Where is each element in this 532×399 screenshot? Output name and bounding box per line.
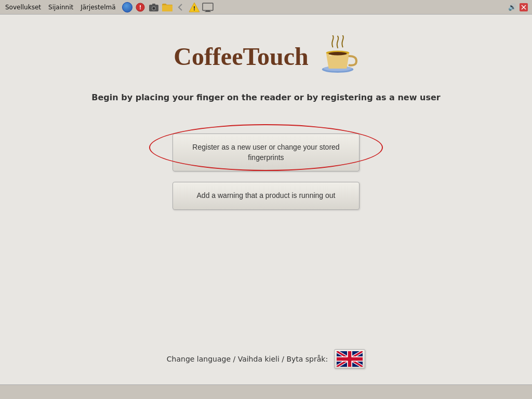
camera-icon[interactable] <box>148 2 159 13</box>
register-button[interactable]: Register as a new user or change your st… <box>172 134 360 171</box>
app-header: CoffeeTouch <box>174 35 358 77</box>
taskbar-icon-group: ! ! <box>122 2 214 13</box>
language-button[interactable] <box>334 349 365 369</box>
globe-icon[interactable] <box>122 2 132 12</box>
language-label: Change language / Vaihda kieli / Byta sp… <box>167 355 328 363</box>
folder-icon[interactable] <box>162 2 173 13</box>
register-button-wrapper: Register as a new user or change your st… <box>172 134 360 171</box>
warning-button[interactable]: Add a warning that a product is running … <box>172 182 360 210</box>
bottom-taskbar <box>0 384 532 399</box>
app-title: CoffeeTouch <box>174 42 309 71</box>
main-content: CoffeeTouch Begin by placing your finger… <box>0 15 532 384</box>
warning-button-label: Add a warning that a product is running … <box>197 191 336 200</box>
svg-point-4 <box>152 7 155 9</box>
svg-rect-11 <box>205 11 211 12</box>
register-button-label-line1: Register as a new user or change your st… <box>192 143 339 151</box>
menu-sovellukset[interactable]: Sovellukset <box>2 3 44 12</box>
menu-jarjestelma[interactable]: Järjestelmä <box>77 3 118 12</box>
buttons-area: Register as a new user or change your st… <box>0 134 532 210</box>
network-icon[interactable]: ! <box>135 2 146 13</box>
svg-rect-26 <box>337 357 363 361</box>
close-button[interactable] <box>520 3 528 11</box>
menu-sijainnit[interactable]: Sijainnit <box>45 3 76 12</box>
coffee-cup-icon <box>317 35 358 77</box>
warning-taskbar-icon[interactable]: ! <box>189 2 200 13</box>
svg-text:!: ! <box>139 5 141 10</box>
svg-rect-5 <box>152 4 155 5</box>
svg-text:!: ! <box>193 5 195 12</box>
taskbar-menu: Sovellukset Sijainnit Järjestelmä <box>2 3 119 12</box>
uk-flag-icon <box>337 351 363 367</box>
back-icon[interactable] <box>175 2 187 13</box>
svg-rect-6 <box>162 5 172 11</box>
display-icon[interactable] <box>202 2 214 13</box>
svg-point-17 <box>328 52 347 55</box>
subtitle: Begin by placing your finger on the read… <box>91 92 440 102</box>
taskbar-right-area: 🔊 <box>508 3 530 11</box>
svg-rect-9 <box>203 3 213 10</box>
bottom-section: Change language / Vaihda kieli / Byta sp… <box>167 349 365 384</box>
taskbar: Sovellukset Sijainnit Järjestelmä ! <box>0 0 532 15</box>
svg-rect-10 <box>206 10 210 11</box>
volume-icon[interactable]: 🔊 <box>508 3 516 11</box>
register-button-label-line2: fingerprints <box>248 153 284 162</box>
